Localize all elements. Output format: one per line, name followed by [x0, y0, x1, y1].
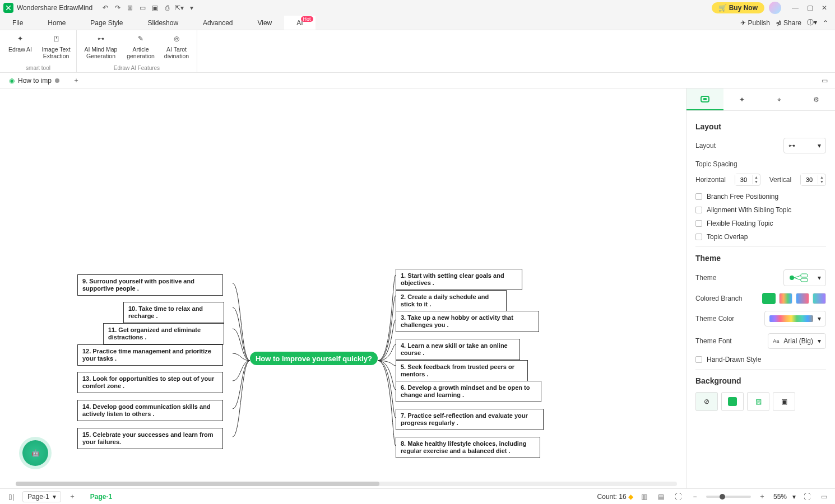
theme-color-select[interactable]: ▾ — [764, 311, 826, 326]
node-right-8[interactable]: 8. Make healthy lifestyle choices, inclu… — [396, 437, 540, 458]
menu-page-style[interactable]: Page Style — [78, 16, 135, 30]
node-left-12[interactable]: 12. Practice time management and priorit… — [77, 344, 223, 366]
zoom-slider[interactable] — [706, 496, 751, 498]
layout-select[interactable]: ⊶ ▾ — [783, 138, 826, 153]
view-mode-2-icon[interactable]: ▤ — [656, 491, 667, 502]
bg-color[interactable] — [721, 392, 744, 411]
panel-toggle-icon[interactable]: ▭ — [818, 74, 831, 87]
svg-line-3 — [794, 276, 801, 278]
vertical-input[interactable] — [801, 174, 818, 185]
fullscreen-icon[interactable]: ⛶ — [801, 491, 813, 502]
check-label: Flexible Floating Topic — [707, 220, 773, 227]
unsaved-dot-icon — [55, 78, 59, 83]
export-icon[interactable]: ⇱▾ — [173, 2, 185, 14]
node-left-9[interactable]: 9. Surround yourself with positive and s… — [77, 274, 223, 296]
tool-ai-mindmap[interactable]: ⊶ AI Mind Map Generation — [81, 32, 120, 59]
node-right-5[interactable]: 5. Seek feedback from trusted peers or m… — [396, 360, 528, 381]
theme-font-value: Arial (Big) — [783, 337, 813, 345]
page-tab-active[interactable]: Page-1 — [90, 493, 112, 501]
swatch-4[interactable] — [813, 293, 826, 304]
up-arrow-icon[interactable]: ▲ — [753, 175, 760, 180]
horizontal-input[interactable] — [735, 174, 752, 185]
sp-tab-layout[interactable] — [686, 88, 723, 110]
open-icon[interactable]: ▭ — [136, 2, 149, 14]
down-arrow-icon[interactable]: ▼ — [818, 180, 825, 184]
tool-edraw-ai[interactable]: ✦ Edraw AI — [4, 32, 36, 59]
node-right-3[interactable]: 3. Take up a new hobby or activity that … — [396, 311, 539, 332]
up-arrow-icon[interactable]: ▲ — [818, 175, 825, 180]
node-right-1[interactable]: 1. Start with setting clear goals and ob… — [396, 269, 522, 290]
fit-icon[interactable]: ⛶ — [672, 491, 684, 502]
maximize-icon[interactable]: ▢ — [802, 2, 817, 14]
check-align-sibling[interactable]: Alignment With Sibling Topic — [695, 206, 826, 214]
node-right-2[interactable]: 2. Create a daily schedule and stick to … — [396, 290, 507, 311]
menu-view[interactable]: View — [245, 16, 284, 30]
print-icon[interactable]: ⎙ — [161, 2, 173, 14]
tool-tarot[interactable]: ◎ AI Tarot divination — [161, 32, 192, 59]
zoom-out-icon[interactable]: − — [689, 491, 701, 502]
ai-chat-fab[interactable]: 🤖 — [22, 440, 48, 466]
undo-icon[interactable]: ↶ — [99, 2, 112, 14]
canvas[interactable]: How to improve yourself quickly? 1. Star… — [0, 88, 686, 488]
node-left-11[interactable]: 11. Get organized and eliminate distract… — [103, 323, 224, 344]
vertical-stepper[interactable]: ▲▼ — [800, 174, 826, 186]
check-handdrawn[interactable]: Hand-Drawn Style — [695, 356, 826, 363]
zoom-in-icon[interactable]: ＋ — [757, 491, 768, 502]
view-mode-1-icon[interactable]: ▥ — [639, 491, 650, 502]
theme-font-select[interactable]: Aa Arial (Big) ▾ — [768, 333, 826, 349]
sp-tab-map[interactable]: ⌖ — [761, 88, 798, 110]
menu-home[interactable]: Home — [35, 16, 78, 30]
theme-select[interactable]: ▾ — [783, 269, 826, 286]
bg-pattern[interactable]: ▨ — [747, 392, 769, 411]
ocr-icon: ⍞ — [50, 32, 62, 45]
share-button[interactable]: ⋪ Share — [776, 19, 801, 27]
sp-tab-style[interactable]: ✦ — [723, 88, 760, 110]
node-left-13[interactable]: 13. Look for opportunities to step out o… — [77, 372, 223, 393]
menu-file[interactable]: File — [0, 16, 35, 30]
horizontal-stepper[interactable]: ▲▼ — [735, 174, 760, 186]
menu-advanced[interactable]: Advanced — [191, 16, 245, 30]
node-right-4[interactable]: 4. Learn a new skill or take an online c… — [396, 339, 520, 360]
more-icon[interactable]: ▾ — [185, 2, 198, 14]
publish-button[interactable]: ✈ Publish — [740, 19, 770, 27]
redo-icon[interactable]: ↷ — [112, 2, 124, 14]
menu-slideshow[interactable]: Slideshow — [135, 16, 191, 30]
menu-ai[interactable]: AI Hot — [284, 16, 315, 30]
scrollbar-horizontal[interactable] — [16, 482, 677, 486]
node-left-14[interactable]: 14. Develop good communication skills an… — [77, 400, 223, 421]
page-select[interactable]: Page-1 ▾ — [22, 491, 61, 502]
add-tab-button[interactable]: ＋ — [71, 75, 82, 86]
swatch-3[interactable] — [796, 293, 809, 304]
tool-article[interactable]: ✎ Article generation — [125, 32, 156, 59]
tool-label: AI Mind Map Generation — [81, 46, 120, 59]
central-node[interactable]: How to improve yourself quickly? — [250, 352, 378, 365]
tool-image-text[interactable]: ⍞ Image Text Extraction — [40, 32, 72, 59]
node-left-10[interactable]: 10. Take time to relax and recharge . — [123, 302, 224, 323]
sp-tab-settings[interactable]: ⚙ — [798, 88, 835, 110]
down-arrow-icon[interactable]: ▼ — [753, 180, 760, 184]
document-tab[interactable]: ◉ How to imp — [4, 77, 64, 85]
node-right-7[interactable]: 7. Practice self-reflection and evaluate… — [396, 409, 544, 430]
new-icon[interactable]: ⊞ — [124, 2, 136, 14]
bg-image[interactable]: ▣ — [773, 392, 795, 411]
check-flex-float[interactable]: Flexible Floating Topic — [695, 220, 826, 227]
outline-toggle-icon[interactable]: ▯| — [6, 491, 17, 502]
ribbon: ✦ Edraw AI ⍞ Image Text Extraction smart… — [0, 30, 835, 73]
add-page-button[interactable]: ＋ — [67, 491, 78, 502]
bg-none[interactable]: ⊘ — [695, 392, 718, 411]
close-icon[interactable]: ✕ — [817, 2, 832, 14]
present-icon[interactable]: ▭ — [818, 491, 829, 502]
buy-now-button[interactable]: 🛒 Buy Now — [712, 2, 764, 13]
swatch-1[interactable] — [762, 293, 776, 304]
save-icon[interactable]: ▣ — [149, 2, 161, 14]
minimize-icon[interactable]: — — [788, 2, 802, 14]
collapse-ribbon-icon[interactable]: ⌃ — [823, 19, 828, 27]
check-overlap[interactable]: Topic Overlap — [695, 233, 826, 241]
check-branch-free[interactable]: Branch Free Positioning — [695, 193, 826, 200]
avatar[interactable] — [769, 2, 781, 14]
chevron-down-icon[interactable]: ▾ — [792, 493, 796, 501]
node-right-6[interactable]: 6. Develop a growth mindset and be open … — [396, 381, 541, 402]
help-button[interactable]: ⓘ▾ — [807, 18, 817, 27]
swatch-2[interactable] — [779, 293, 792, 304]
node-left-15[interactable]: 15. Celebrate your successes and learn f… — [77, 428, 223, 449]
